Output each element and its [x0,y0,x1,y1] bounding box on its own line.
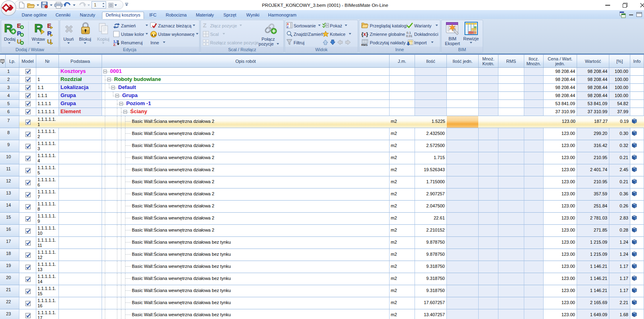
svg-text:}: } [366,31,368,37]
svg-text:2.: 2. [113,43,116,46]
svg-text:x: x [363,31,366,37]
svg-text:Z: Z [287,25,289,28]
svg-text:RMS: RMS [361,44,368,46]
svg-text:A: A [287,23,289,25]
svg-text:0,01: 0,01 [406,34,413,37]
